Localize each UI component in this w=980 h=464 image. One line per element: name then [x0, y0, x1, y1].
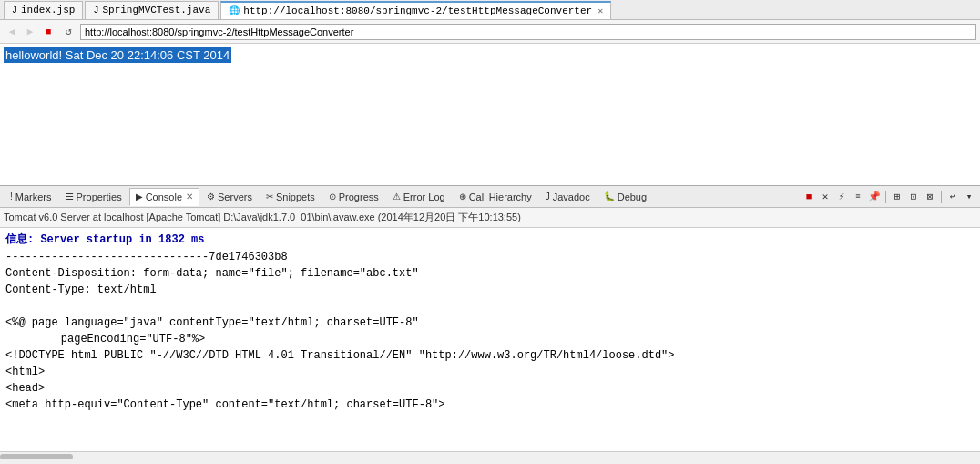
panel-tab-console[interactable]: ▶ Console ✕: [129, 188, 199, 206]
error-log-icon: ⚠: [393, 191, 401, 201]
progress-icon: ⊙: [329, 191, 336, 201]
globe-icon: 🌐: [229, 5, 240, 16]
code-line-5: pageEncoding="UTF-8"%>: [5, 331, 975, 347]
tab-browser[interactable]: 🌐 http://localhost:8080/springmvc-2/test…: [220, 1, 611, 19]
code-line-2: Content-Type: text/html: [5, 282, 975, 298]
code-line-4: <%@ page language="java" contentType="te…: [5, 314, 975, 331]
markers-icon: !: [10, 191, 13, 201]
separator-2: [941, 191, 942, 203]
code-line-8: <head>: [5, 380, 975, 397]
browser-output-text: helloworld! Sat Dec 20 22:14:06 CST 2014: [4, 47, 231, 63]
panel-tab-error-log[interactable]: ⚠ Error Log: [386, 188, 452, 206]
code-line-7: <html>: [5, 364, 975, 380]
console-output: 信息: Server startup in 1832 ms ----------…: [0, 228, 980, 451]
console-server-info: Tomcat v6.0 Server at localhost [Apache …: [0, 208, 980, 228]
horizontal-scrollbar[interactable]: [0, 451, 980, 460]
minimize-button[interactable]: ↩: [945, 190, 960, 204]
tab-springmvctest-java[interactable]: J SpringMVCTest.java: [85, 1, 219, 19]
console-icon: ▶: [136, 191, 143, 201]
panel-tab-debug[interactable]: 🐛 Debug: [597, 188, 653, 206]
stop-console-button[interactable]: ■: [801, 190, 816, 204]
separator: [885, 191, 886, 203]
tab-close-icon[interactable]: ✕: [597, 5, 603, 16]
panel-tab-bar: ! Markers ☰ Properties ▶ Console ✕ ⚙ Ser…: [0, 186, 980, 208]
word-wrap-button[interactable]: ≡: [851, 190, 865, 204]
forward-button[interactable]: ▶: [22, 24, 38, 40]
scroll-lock-button[interactable]: ⚡: [834, 190, 849, 204]
debug-icon: 🐛: [604, 191, 615, 201]
panel-tab-servers[interactable]: ⚙ Servers: [200, 188, 259, 206]
server-description: Tomcat v6.0 Server at localhost [Apache …: [4, 211, 976, 224]
pin-button[interactable]: 📌: [867, 190, 882, 204]
call-hierarchy-icon: ⊕: [459, 191, 466, 201]
panel-tab-properties[interactable]: ☰ Properties: [59, 188, 128, 206]
panel-tab-javadoc[interactable]: J Javadoc: [539, 188, 597, 206]
tab-index-jsp-label: index.jsp: [21, 5, 75, 15]
tab-index-jsp[interactable]: J index.jsp: [4, 1, 83, 19]
tab-springmvctest-label: SpringMVCTest.java: [102, 5, 210, 15]
code-line-6: <!DOCTYPE html PUBLIC "-//W3C//DTD HTML …: [5, 347, 975, 364]
tab-browser-label: http://localhost:8080/springmvc-2/testHt…: [243, 5, 592, 16]
browser-content: helloworld! Sat Dec 20 22:14:06 CST 2014: [0, 44, 980, 185]
servers-icon: ⚙: [207, 191, 215, 201]
bottom-panel: ! Markers ☰ Properties ▶ Console ✕ ⚙ Ser…: [0, 185, 980, 460]
menu-button[interactable]: ▾: [962, 190, 976, 204]
back-button[interactable]: ◀: [4, 24, 20, 40]
address-bar: ◀ ▶ ■ ↺: [0, 20, 980, 44]
tab-bar: J index.jsp J SpringMVCTest.java 🌐 http:…: [0, 0, 980, 20]
layout-btn-1[interactable]: ⊞: [890, 190, 904, 204]
console-close-icon[interactable]: ✕: [186, 191, 193, 201]
code-line-0: -------------------------------7de174630…: [5, 249, 975, 265]
panel-tab-call-hierarchy[interactable]: ⊕ Call Hierarchy: [453, 188, 538, 206]
panel-toolbar-right: ■ ✕ ⚡ ≡ 📌 ⊞ ⊡ ⊠ ↩ ▾: [801, 190, 976, 204]
code-line-3: [5, 298, 975, 314]
scrollbar-track[interactable]: [0, 452, 980, 460]
properties-icon: ☰: [66, 191, 74, 201]
stop-button[interactable]: ■: [40, 24, 56, 40]
panel-tab-progress[interactable]: ⊙ Progress: [322, 188, 385, 206]
refresh-button[interactable]: ↺: [60, 24, 77, 40]
layout-btn-2[interactable]: ⊡: [906, 190, 921, 204]
scrollbar-thumb[interactable]: [0, 454, 73, 459]
snippets-icon: ✂: [266, 191, 273, 201]
code-line-9: <meta http-equiv="Content-Type" content=…: [5, 397, 975, 413]
javadoc-icon: J: [546, 191, 550, 201]
clear-console-button[interactable]: ✕: [818, 190, 832, 204]
info-startup-line: 信息: Server startup in 1832 ms: [5, 232, 975, 247]
panel-tab-snippets[interactable]: ✂ Snippets: [260, 188, 322, 206]
java-file-icon: J: [12, 5, 17, 15]
panel-tab-markers[interactable]: ! Markers: [4, 188, 58, 206]
url-input[interactable]: [80, 24, 976, 40]
java-file-icon-2: J: [93, 5, 98, 15]
code-line-1: Content-Disposition: form-data; name="fi…: [5, 265, 975, 282]
layout-btn-3[interactable]: ⊠: [923, 190, 937, 204]
